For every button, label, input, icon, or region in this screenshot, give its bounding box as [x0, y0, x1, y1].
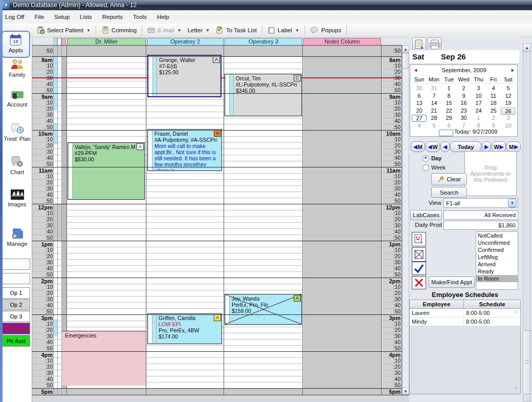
week-radio[interactable]: Week [423, 164, 458, 171]
confirm-check-button[interactable] [412, 262, 426, 275]
menu-item-tools[interactable]: Tools [128, 12, 152, 22]
op-button-ph-asst[interactable]: Ph Asst [2, 335, 30, 347]
labcases-button[interactable]: LabCases [410, 210, 442, 220]
sidebar-item-family[interactable]: Family [3, 58, 32, 82]
calendar-prev-arrow[interactable]: ◄ [413, 68, 419, 74]
op-button-ptready[interactable]: PtReady [2, 323, 30, 334]
menu-item-help[interactable]: Help [152, 12, 174, 22]
status-item-confirmed[interactable]: Confirmed [476, 246, 518, 253]
op-button-op-1[interactable]: Op 1 [2, 287, 30, 299]
nav-today-button[interactable]: Today [450, 141, 481, 152]
chevron-down-icon[interactable]: ▼ [86, 28, 91, 33]
appointment-fraser[interactable]: Fraser, Daniel#A-Pulpotomy, #A-SSCPriMom… [147, 129, 222, 171]
pinboard[interactable]: Drag Appointments to this PinBoard [464, 151, 517, 196]
calendar-date[interactable]: 31 [427, 85, 441, 92]
sidebar-item-appts[interactable]: 18Appts [2, 31, 30, 58]
right-panel-scrollbar-thumb[interactable] [523, 330, 531, 394]
sidebar-item-chart[interactable]: Chart [3, 155, 32, 180]
schedule-column-body-3[interactable] [303, 46, 381, 395]
menu-item-setup[interactable]: Setup [49, 12, 75, 22]
calendar-date[interactable]: 29 [441, 115, 456, 122]
unscheduled-list-button[interactable]: U [412, 232, 426, 246]
column-header-dr-miller[interactable]: Dr. Miller [67, 38, 146, 46]
nav-forward-day-button[interactable]: ▶ [482, 141, 491, 152]
calendar-date[interactable]: 23 [456, 108, 471, 115]
toolbar-button-to-task-list[interactable]: To Task List [213, 25, 260, 36]
toolbar-button-commlog[interactable]: Commlog [98, 25, 140, 36]
calendar-date[interactable]: 14 [427, 100, 441, 107]
chevron-down-icon[interactable]: ▼ [295, 28, 299, 33]
calendar-date[interactable]: 6 [412, 93, 427, 100]
column-header-operatory-3[interactable]: Operatory 3 [225, 38, 302, 46]
calendar-date[interactable]: 19 [501, 100, 516, 107]
calendar-date[interactable]: 13 [412, 100, 427, 107]
calendar-date[interactable]: 3 [501, 115, 516, 122]
calendar-date[interactable]: 22 [441, 108, 456, 115]
calendar-date[interactable]: 4 [486, 85, 501, 92]
appointment-vallejo[interactable]: Vallejo, 'Sandy' Ramiro M#29-PFM$830.00A [68, 142, 145, 200]
chevron-down-icon[interactable]: ▼ [178, 28, 182, 33]
calendar-date[interactable]: 30 [456, 115, 471, 122]
toolbar-button-e-mail[interactable]: E-mail▼ [144, 25, 185, 36]
table-scroll-up-icon[interactable]: ∧ [512, 309, 519, 316]
calendar-date[interactable]: 30 [412, 85, 427, 92]
calendar-date[interactable]: 12 [501, 93, 516, 100]
column-header-notes-column[interactable]: Notes Column [303, 38, 381, 46]
emergencies-block[interactable]: Emergencies [62, 331, 146, 386]
calendar-date[interactable]: 28 [427, 115, 441, 122]
nav-back-day-button[interactable]: ◀ [440, 141, 450, 152]
schedule-scrollbar-track[interactable] [402, 46, 409, 395]
status-item-arrived[interactable]: Arrived [476, 261, 518, 268]
schedule-scrollbar-thumb[interactable] [402, 53, 409, 69]
schedule-scroll-up-button[interactable]: ▲ [402, 46, 409, 53]
calendar-date-today[interactable]: 27 [412, 115, 427, 122]
sidebar-item-manage[interactable]: Manage [3, 227, 32, 251]
status-item-in-room[interactable]: In Room [476, 275, 518, 282]
calendar-date[interactable]: 8 [441, 93, 456, 100]
sidebar-item-treatplan[interactable]: Treat' Plan [3, 122, 32, 146]
employee-schedule-row[interactable]: Mindy8:00-5:00 [410, 318, 520, 326]
status-item-notcalled[interactable]: NotCalled [476, 232, 518, 239]
calendar-date[interactable]: 24 [471, 108, 486, 115]
appointment-note-button[interactable] [412, 37, 426, 51]
calendar-date[interactable]: 17 [471, 100, 486, 107]
calendar-next-arrow[interactable]: ► [509, 68, 515, 74]
print-schedule-button[interactable] [428, 37, 441, 51]
view-select[interactable]: F1-all▼ [444, 198, 518, 208]
calendar-date-selected[interactable]: 26 [501, 108, 516, 115]
calendar-date[interactable]: 2 [456, 85, 471, 92]
schedule-scroll-down-button[interactable]: ▼ [402, 388, 409, 395]
chevron-down-icon[interactable]: ▼ [206, 28, 210, 33]
calendar-date[interactable]: 11 [486, 93, 501, 100]
calendar-date[interactable]: 10 [471, 93, 486, 100]
calendar-date[interactable]: 2 [486, 115, 501, 122]
nav-back-w-button[interactable]: ◀W [426, 141, 440, 152]
status-item-unconfirmed[interactable]: Unconfirmed [476, 239, 518, 246]
search-button[interactable]: Search [431, 187, 467, 198]
calendar-date[interactable]: 18 [486, 100, 501, 107]
column-header-operatory-2[interactable]: Operatory 2 [147, 38, 224, 46]
clear-pinboard-button[interactable]: Clear [431, 173, 467, 185]
calendar-date[interactable]: 15 [441, 100, 456, 107]
calendar-date[interactable]: 20 [412, 108, 427, 115]
calendar-date[interactable]: 7 [427, 93, 441, 100]
make-find-appt-button[interactable]: Make/Find Appt [429, 277, 475, 288]
appointment-orcut[interactable]: Orcut, Tim#L-Pulpotomy, #L-SSCPri$346.00… [225, 74, 302, 116]
nav-back-m-button[interactable]: ◀M [411, 141, 425, 152]
calendar-date[interactable]: 4 [412, 122, 427, 130]
calendar-date[interactable]: 9 [456, 93, 471, 100]
op-button-op-2[interactable]: Op 2 [2, 299, 30, 310]
delete-appointment-button[interactable] [412, 276, 426, 289]
calendar-date[interactable]: 21 [427, 108, 441, 115]
appointment-griffen[interactable]: Griffen, CamillaLOW EPIPro, PerEx, 4BW$1… [147, 313, 222, 344]
menu-item-reports[interactable]: Reports [97, 12, 128, 22]
calendar-date[interactable]: 5 [427, 122, 441, 130]
menu-item-lists[interactable]: Lists [75, 12, 97, 22]
break-appointment-button[interactable] [412, 247, 426, 262]
op-button-op-3[interactable]: Op 3 [2, 311, 30, 322]
toolbar-button-letter[interactable]: Letter▼ [185, 25, 213, 36]
table-scroll-down-icon[interactable]: ∨ [512, 385, 519, 392]
appointment-grange[interactable]: Grange, Walter#7-E(d)$125.00A [147, 55, 221, 97]
calendar-date[interactable]: 5 [501, 85, 516, 92]
calendar-date[interactable]: 1 [441, 85, 456, 92]
